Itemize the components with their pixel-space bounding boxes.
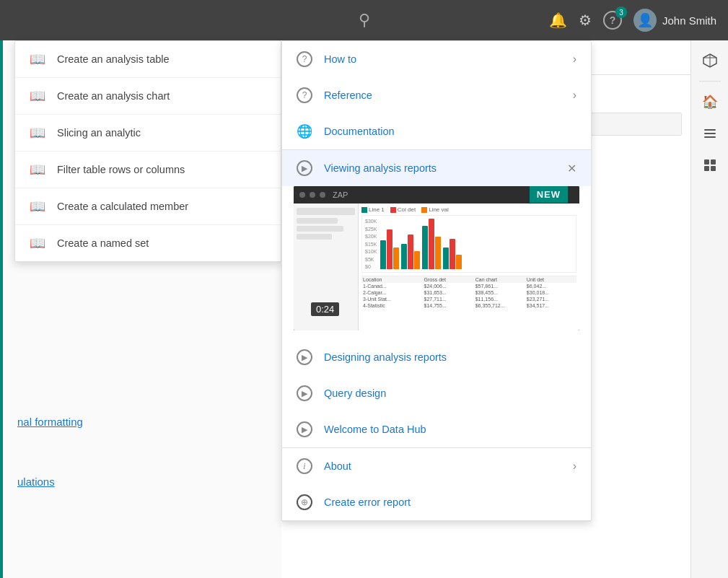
bar-group-4 [443,239,462,269]
bar-orange-1 [393,248,399,269]
question-icon-reference: ? [297,87,312,103]
home-icon-button[interactable]: 🏠 [696,87,724,116]
play-icon-designing: ▶ [297,349,312,365]
viewing-analysis-reports-item[interactable]: ▶ Viewing analysis reports ✕ [282,150,591,186]
question-icon-how-to: ? [297,51,312,67]
right-help-menu: ? How to › ? Reference › 🌐 Documentation… [281,40,592,522]
close-icon-viewing[interactable]: ✕ [567,162,576,175]
left-menu-item-3[interactable]: 📖 Filter table rows or columns [15,152,281,188]
right-menu-section-3: i About › ⊕ Create error report [282,448,591,521]
bar-red-1 [387,229,392,269]
svg-rect-5 [704,136,716,138]
help-button[interactable]: ? 3 [603,11,622,30]
bar-orange-2 [414,251,420,269]
bar-red-2 [408,235,413,269]
play-icon-viewing: ▶ [297,160,312,176]
reference-item[interactable]: ? Reference › [282,77,591,113]
chevron-right-icon-how-to: › [573,53,576,66]
left-menu-item-4[interactable]: 📖 Create a calculated member [15,188,281,225]
bar-group-3 [422,219,441,269]
svg-rect-4 [704,133,716,134]
query-design-item[interactable]: ▶ Query design [282,375,591,411]
bar-teal-2 [401,244,407,269]
teal-border-accent [0,40,3,578]
video-timestamp: 0:24 [311,302,339,316]
book-icon-5: 📖 [30,235,45,251]
globe-icon: 🌐 [297,123,312,139]
header-dot-1 [299,192,305,198]
header-dot-3 [320,192,325,198]
documentation-item[interactable]: 🌐 Documentation [282,113,591,149]
ulations-link[interactable]: ulations [17,476,267,488]
bar-group-2 [401,235,420,269]
notifications-button[interactable]: 🔔 [549,12,567,29]
left-help-menu: 📖 Create an analysis table 📖 Create an a… [14,40,281,262]
bar-teal-4 [443,248,449,269]
info-icon: i [297,458,312,474]
grid-icon [703,158,717,172]
svg-rect-7 [711,159,716,165]
right-menu-section-1: ? How to › ? Reference › 🌐 Documentation [282,41,591,150]
left-content-area: nal formatting ulations 📖 Create an anal… [0,40,281,578]
bar-orange-3 [435,237,441,269]
user-name-label: John Smith [662,14,716,27]
book-icon-1: 📖 [30,88,45,104]
right-menu-section-2: ▶ Viewing analysis reports ✕ ZAP [282,150,591,448]
left-menu-item-0[interactable]: 📖 Create an analysis table [15,41,281,78]
svg-rect-9 [711,166,716,171]
settings-button[interactable]: ⚙ [579,12,592,29]
bar-orange-4 [456,255,462,269]
help-circle-icon: ⊕ [297,494,312,510]
avatar: 👤 [633,9,657,32]
search-icon[interactable]: ⚲ [359,11,370,30]
play-icon-welcome: ▶ [297,421,312,437]
designing-analysis-reports-item[interactable]: ▶ Designing analysis reports [282,339,591,375]
svg-rect-6 [704,159,709,165]
video-mini-table: Location Gross det Can chart Unit det 1-… [361,276,576,309]
chevron-right-icon-reference: › [573,89,576,102]
chevron-right-icon-about: › [573,460,576,473]
list-icon [703,126,717,141]
create-error-report-item[interactable]: ⊕ Create error report [282,484,591,520]
svg-rect-3 [704,129,716,131]
header-dot-2 [310,192,315,198]
bar-group-1 [380,229,399,269]
video-preview[interactable]: ZAP Line 1 Col det Line val [294,186,579,330]
how-to-item[interactable]: ? How to › [282,41,591,77]
bar-red-4 [449,239,455,269]
cube-icon-button[interactable] [696,46,724,75]
book-icon-0: 📖 [30,51,45,67]
toolbar-divider-1 [699,81,721,82]
book-icon-3: 📖 [30,162,45,178]
list-icon-button[interactable] [696,119,724,148]
app-header: ⚲ 🔔 ⚙ ? 3 👤 John Smith [0,0,728,40]
video-main-content: Line 1 Col det Line val $30K $25K $20K [359,203,579,330]
grid-icon-button[interactable] [696,151,724,180]
left-menu-item-5[interactable]: 📖 Create a named set [15,225,281,261]
video-preview-container: ZAP Line 1 Col det Line val [282,186,591,339]
welcome-data-hub-item[interactable]: ▶ Welcome to Data Hub [282,411,591,447]
svg-rect-8 [704,166,709,171]
video-app-name: ZAP [333,191,348,199]
right-toolbar: 🏠 [690,40,728,578]
book-icon-4: 📖 [30,198,45,214]
bar-teal-1 [380,240,386,269]
bar-red-3 [429,219,434,269]
new-badge: NEW [530,186,568,203]
left-menu-item-1[interactable]: 📖 Create an analysis chart [15,78,281,115]
play-icon-query: ▶ [297,385,312,401]
chart-visualization: $30K $25K $20K $15K $10K $5K $0 [361,215,576,273]
user-menu[interactable]: 👤 John Smith [633,9,716,32]
left-menu-item-2[interactable]: 📖 Slicing an analytic [15,115,281,152]
book-icon-2: 📖 [30,125,45,141]
bar-teal-3 [422,226,428,269]
about-item[interactable]: i About › [282,448,591,484]
nal-formatting-link[interactable]: nal formatting [17,416,267,428]
help-badge: 3 [615,6,627,18]
cube-icon [702,53,718,69]
